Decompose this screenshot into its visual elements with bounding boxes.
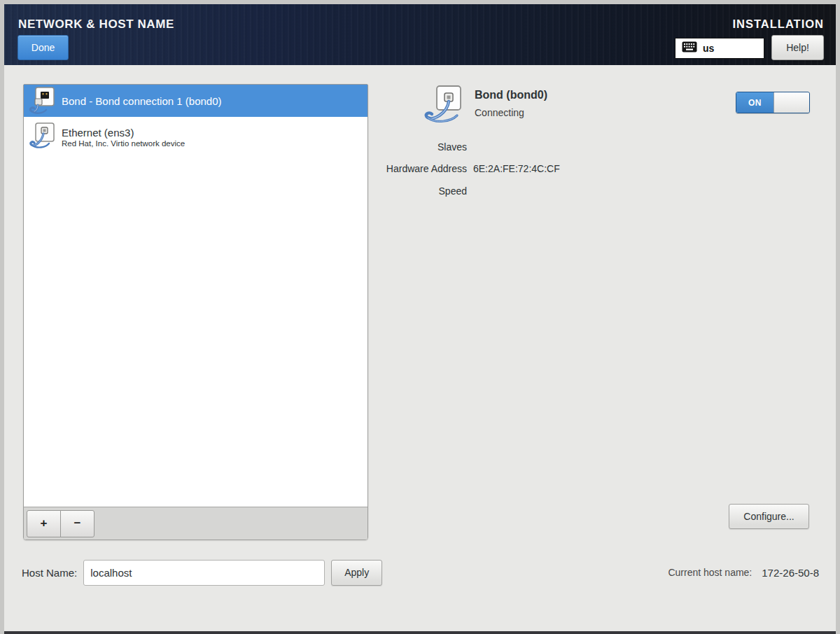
connection-list-panel: Bond - Bond connection 1 (bond0) bbox=[23, 84, 368, 540]
hostname-input[interactable] bbox=[83, 560, 325, 586]
field-label: Hardware Address bbox=[354, 163, 467, 174]
list-toolbar: + − bbox=[24, 507, 368, 540]
keyboard-layout-indicator[interactable]: us bbox=[675, 38, 764, 59]
toggle-on-label: ON bbox=[736, 92, 774, 113]
connection-list: Bond - Bond connection 1 (bond0) bbox=[24, 85, 368, 507]
field-label: Speed bbox=[354, 185, 467, 197]
list-item-title: Bond - Bond connection 1 (bond0) bbox=[62, 95, 222, 107]
screen-frame: NETWORK & HOST NAME Done INSTALLATION us bbox=[0, 0, 840, 634]
current-hostname-label: Current host name: bbox=[668, 567, 752, 578]
list-item-subtitle: Red Hat, Inc. Virtio network device bbox=[62, 139, 185, 148]
device-status: Connecting bbox=[475, 107, 524, 118]
done-button[interactable]: Done bbox=[18, 35, 69, 60]
installation-label: INSTALLATION bbox=[732, 17, 824, 31]
device-name: Bond (bond0) bbox=[475, 89, 547, 101]
toggle-handle[interactable] bbox=[774, 92, 809, 113]
installer-window: NETWORK & HOST NAME Done INSTALLATION us bbox=[4, 4, 836, 634]
field-label: Slaves bbox=[354, 141, 467, 153]
ethernet-icon bbox=[28, 122, 56, 153]
apply-button[interactable]: Apply bbox=[331, 560, 382, 586]
detail-row-hardware-address: Hardware Address 6E:2A:FE:72:4C:CF bbox=[354, 158, 560, 181]
keyboard-icon bbox=[682, 41, 697, 55]
list-item-bond[interactable]: Bond - Bond connection 1 (bond0) bbox=[24, 85, 368, 117]
hostname-label: Host Name: bbox=[22, 567, 77, 579]
device-detail-fields: Slaves Hardware Address 6E:2A:FE:72:4C:C… bbox=[354, 136, 560, 202]
hostname-row: Host Name: Apply Current host name: 172-… bbox=[22, 559, 819, 586]
detail-row-slaves: Slaves bbox=[354, 136, 560, 158]
list-item-title: Ethernet (ens3) bbox=[62, 127, 185, 139]
remove-connection-button[interactable]: − bbox=[60, 510, 94, 537]
bond-connection-icon bbox=[28, 86, 56, 115]
help-button[interactable]: Help! bbox=[771, 35, 824, 60]
keyboard-layout-code: us bbox=[703, 43, 714, 54]
device-on-off-toggle[interactable]: ON bbox=[736, 92, 810, 113]
detail-row-speed: Speed bbox=[354, 180, 560, 202]
page-title: NETWORK & HOST NAME bbox=[18, 17, 174, 31]
configure-button[interactable]: Configure... bbox=[729, 504, 809, 529]
device-icon bbox=[423, 85, 469, 134]
header-bar: NETWORK & HOST NAME Done INSTALLATION us bbox=[4, 4, 836, 65]
field-value: 6E:2A:FE:72:4C:CF bbox=[473, 163, 560, 174]
add-connection-button[interactable]: + bbox=[27, 510, 61, 537]
list-item-ethernet[interactable]: Ethernet (ens3) Red Hat, Inc. Virtio net… bbox=[24, 117, 368, 157]
main-area: Bond - Bond connection 1 (bond0) bbox=[4, 65, 836, 631]
current-hostname-value: 172-26-50-8 bbox=[762, 567, 819, 579]
